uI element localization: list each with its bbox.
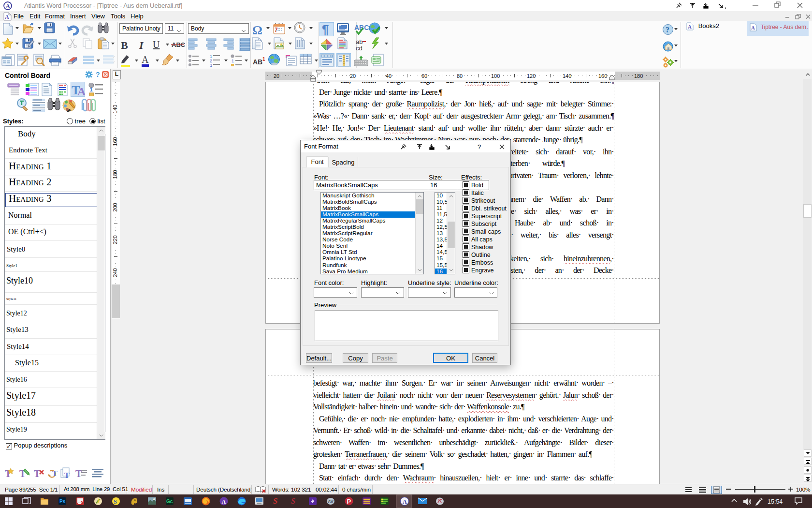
svg-text:I: I xyxy=(139,39,144,51)
svg-text:1: 1 xyxy=(90,87,93,92)
svg-text:Gc: Gc xyxy=(166,499,173,504)
svg-text:U: U xyxy=(153,39,160,50)
svg-text:cd: cd xyxy=(356,45,362,52)
svg-text:¶: ¶ xyxy=(322,22,329,37)
svg-text:AV: AV xyxy=(328,499,334,504)
svg-text:Ps: Ps xyxy=(59,499,66,504)
svg-text:P: P xyxy=(347,498,351,505)
svg-text:AB: AB xyxy=(253,58,262,66)
svg-text:T: T xyxy=(64,471,70,479)
svg-text:S: S xyxy=(273,496,277,506)
svg-text:A: A xyxy=(142,54,149,65)
svg-text:A: A xyxy=(751,25,755,30)
svg-text:?: ? xyxy=(96,71,100,78)
svg-text:T: T xyxy=(75,468,82,479)
svg-text:Ω: Ω xyxy=(252,23,262,37)
svg-text:A: A xyxy=(5,14,9,20)
svg-text:S: S xyxy=(114,498,117,505)
svg-text:A: A xyxy=(688,24,692,30)
svg-text:T: T xyxy=(52,469,58,478)
svg-text:3: 3 xyxy=(210,63,212,68)
svg-text:A: A xyxy=(222,498,226,505)
svg-text:B: B xyxy=(121,39,128,51)
svg-text:1: 1 xyxy=(232,59,234,63)
svg-text:A: A xyxy=(77,85,86,96)
svg-text:A: A xyxy=(403,498,407,505)
svg-text:S: S xyxy=(291,496,295,506)
svg-text:?: ? xyxy=(666,26,669,34)
svg-text:15:54: 15:54 xyxy=(768,498,783,505)
svg-text:1: 1 xyxy=(262,57,265,62)
svg-text:A: A xyxy=(6,2,11,10)
svg-text:?: ? xyxy=(478,143,481,150)
